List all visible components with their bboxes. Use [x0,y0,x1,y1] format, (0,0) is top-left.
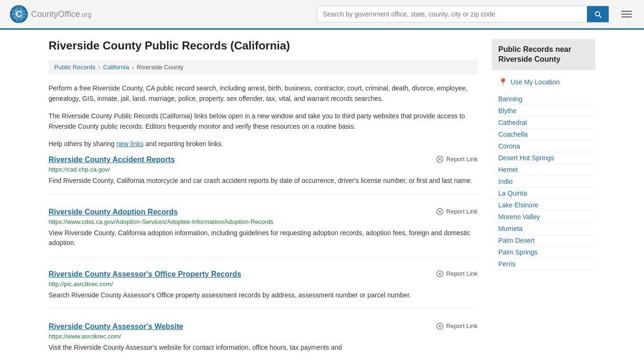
record-url-0: https://cad.chp.ca.gov/ [49,166,478,173]
records-list: Riverside County Accident Reports Report… [49,156,478,361]
record-entry: Riverside County Assessor's Office Prope… [49,270,478,309]
record-url-3: https://www.asrclkrec.com/ [49,333,478,340]
sidebar-nearby-list: BanningBlytheCathedralCoachellaCoronaDes… [492,93,595,270]
sidebar-list-item: Blythe [492,105,595,117]
location-pin-icon: 📍 [498,78,508,87]
sidebar-city-link-9[interactable]: Lake Elsinore [498,201,538,209]
logo-icon: C [9,5,28,24]
search-bar [317,6,609,23]
sidebar-list-item: Lake Elsinore [492,199,595,211]
menu-line-2 [621,14,632,15]
breadcrumb-public-records[interactable]: Public Records [54,64,95,71]
description-2: The Riverside County Public Records (Cal… [49,111,478,132]
sidebar-header: Public Records near Riverside County [492,39,595,70]
report-link-1[interactable]: Report Link [436,208,478,215]
sidebar-city-link-7[interactable]: Indio [498,178,512,185]
sidebar-city-link-0[interactable]: Banning [498,95,522,103]
sidebar-list-item: Banning [492,93,595,105]
sidebar-list-item: Murrieta [492,223,595,235]
report-link-0[interactable]: Report Link [436,156,478,163]
description-1: Perform a free Riverside County, CA publ… [49,83,478,104]
sidebar-list-item: Corona [492,140,595,152]
report-icon [436,208,444,215]
search-icon [594,10,602,18]
new-links-link[interactable]: new links [116,140,144,148]
breadcrumb-sep-1: › [98,64,100,71]
record-url-2: http://pic.asrclkrec.com/ [49,280,478,288]
sidebar-list-item: Cathedral [492,117,595,129]
sidebar-city-link-4[interactable]: Corona [498,142,520,150]
record-url-1: https://www.cdss.ca.gov/Adoption-Service… [49,218,478,225]
sidebar-city-link-10[interactable]: Moreno Valley [498,213,540,221]
search-button[interactable] [587,6,609,22]
menu-line-1 [621,11,632,12]
sidebar-list-item: Hemet [492,164,595,176]
record-entry: Riverside County Accident Reports Report… [49,156,478,195]
sidebar-list-item: Moreno Valley [492,211,595,223]
record-entry: Riverside County Adoption Records Report… [49,208,478,257]
report-link-3[interactable]: Report Link [436,322,478,330]
record-title-1[interactable]: Riverside County Adoption Records [49,208,178,216]
use-location-label: Use My Location [511,78,560,86]
page-title: Riverside County Public Records (Califor… [49,39,478,52]
main-container: Riverside County Public Records (Califor… [39,30,605,362]
sidebar-city-link-3[interactable]: Coachella [498,131,528,138]
sidebar-city-link-14[interactable]: Perris [498,260,516,268]
content-area: Riverside County Public Records (Califor… [49,39,478,362]
record-desc-2: Search Riverside County Assessor's Offic… [49,290,478,300]
logo[interactable]: C CountyOffice.org [9,5,91,24]
record-title-0[interactable]: Riverside County Accident Reports [49,156,175,164]
sidebar-list-item: La Quinta [492,188,595,199]
sidebar: Public Records near Riverside County 📍 U… [492,39,595,362]
report-link-2[interactable]: Report Link [436,270,478,278]
sidebar-list-item: Indio [492,176,595,188]
sidebar-city-link-11[interactable]: Murrieta [498,225,522,232]
sidebar-city-link-8[interactable]: La Quinta [498,189,527,197]
record-entry: Riverside County Assessor's Website Repo… [49,322,478,361]
record-title-2[interactable]: Riverside County Assessor's Office Prope… [49,270,241,279]
sidebar-city-link-13[interactable]: Palm Springs [498,248,537,256]
sidebar-city-link-2[interactable]: Cathedral [498,119,527,126]
sidebar-list-item: Perris [492,258,595,270]
record-desc-1: View Riverside County, California adopti… [49,228,478,248]
report-icon [436,270,444,278]
record-title-3[interactable]: Riverside County Assessor's Website [49,322,183,331]
breadcrumb-current: Riverside County [137,64,183,71]
sidebar-list-item: Palm Desert [492,235,595,247]
logo-text: CountyOffice.org [31,9,91,19]
record-desc-3: Visit the Riverside County Assessor's we… [49,343,478,353]
sidebar-city-link-12[interactable]: Palm Desert [498,237,535,244]
sidebar-list-item: Desert Hot Springs [492,152,595,164]
sidebar-city-link-1[interactable]: Blythe [498,107,517,115]
use-location[interactable]: 📍 Use My Location [492,75,595,90]
breadcrumb-california[interactable]: California [103,64,129,71]
menu-line-3 [621,16,632,17]
sidebar-list-item: Palm Springs [492,247,595,258]
sidebar-list-item: Coachella [492,129,595,140]
report-icon [436,322,444,330]
sidebar-city-link-6[interactable]: Hemet [498,166,518,173]
header: C CountyOffice.org [0,0,644,30]
description-3: Help others by sharing new links and rep… [49,139,478,149]
record-desc-0: Find Riverside County, California motorc… [49,176,478,186]
search-input[interactable] [317,6,587,22]
breadcrumb-sep-2: › [132,64,134,71]
sidebar-city-link-5[interactable]: Desert Hot Springs [498,154,554,162]
breadcrumb: Public Records › California › Riverside … [49,60,478,74]
menu-button[interactable] [619,8,635,20]
report-icon [436,156,444,163]
